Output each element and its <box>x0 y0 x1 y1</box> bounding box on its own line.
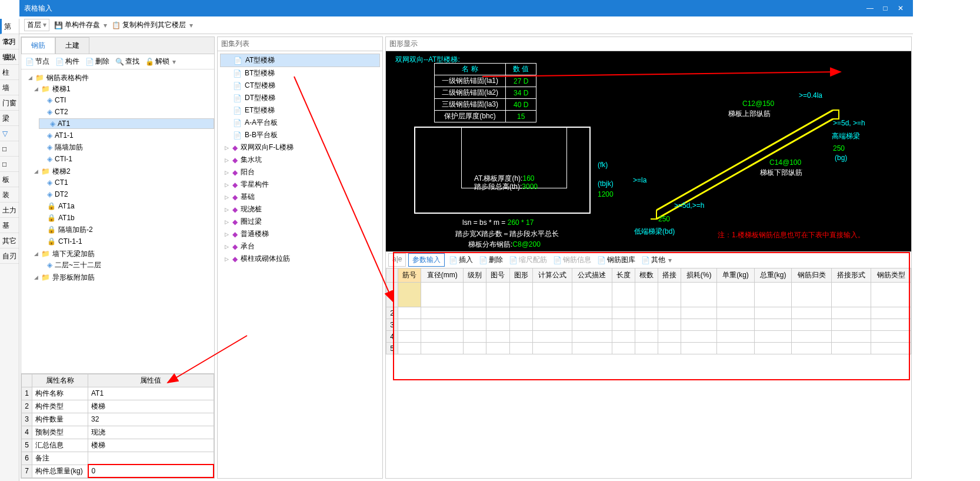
info-button[interactable]: 📄钢筋信息 <box>551 253 593 267</box>
save-single-button[interactable]: 💾单构件存盘 <box>54 20 107 30</box>
tree-item[interactable]: ◢📁墙下无梁加筋 <box>33 248 214 259</box>
app-side-tabs: 第32层 常月 轴纵 柱 墙 门窗 梁 ▽ □ □ 板 装 土力 基 其它 自刃 <box>0 19 19 481</box>
template-tree[interactable]: 📄AT型楼梯 📄BT型楼梯 📄CT型楼梯 📄DT型楼梯 📄ET型楼梯 📄A-A平… <box>218 51 382 478</box>
side-tab[interactable]: 其它 <box>0 233 19 248</box>
side-tab[interactable]: 第32层 <box>0 19 19 34</box>
library-button[interactable]: 📄钢筋图库 <box>595 253 637 267</box>
component-button[interactable]: 📄构件 <box>54 55 81 68</box>
left-panel: 钢筋 土建 📄节点 📄构件 📄删除 🔍查找 🔓解锁 ◢📁钢筋表格构件 ◢📁楼梯1… <box>21 37 215 479</box>
side-tab[interactable]: 装 <box>0 187 19 203</box>
rebar-toolbar: a|e 参数输入 📄插入 📄删除 📄缩尺配筋 📄钢筋信息 📄钢筋图库 📄其他 <box>386 252 911 268</box>
component-icon: ◈ <box>47 108 52 116</box>
template-panel: 图集列表 📄AT型楼梯 📄BT型楼梯 📄CT型楼梯 📄DT型楼梯 📄ET型楼梯 … <box>217 37 383 479</box>
diagram-param-table: 名 称数 值 一级钢筋锚固(la1)27 D 二级钢筋锚固(la2)34 D 三… <box>434 63 536 122</box>
side-tab[interactable]: 轴纵 <box>0 49 19 65</box>
template-item[interactable]: 📄BT型楼梯 <box>220 67 380 79</box>
node-button[interactable]: 📄节点 <box>24 55 51 68</box>
template-category[interactable]: ▷◆现浇桩 <box>220 203 380 215</box>
template-item[interactable]: 📄DT型楼梯 <box>220 92 380 104</box>
tree-item[interactable]: ◈AT1-1 <box>39 130 214 141</box>
tree-item[interactable]: ◈CT1 <box>39 177 214 188</box>
tree-item[interactable]: ◈DT2 <box>39 189 214 200</box>
template-category[interactable]: ▷◆零星构件 <box>220 178 380 191</box>
side-tab[interactable]: 墙 <box>0 80 19 95</box>
tree-item[interactable]: ◈隔墙加筋 <box>39 142 214 152</box>
tab-civil[interactable]: 土建 <box>55 37 89 54</box>
tree-item[interactable]: ◈CTI <box>39 95 214 105</box>
copy-floors-button[interactable]: 📋复制构件到其它楼层 <box>112 20 193 30</box>
tree-item[interactable]: ◈二层~三十二层 <box>39 260 214 270</box>
tab-rebar[interactable]: 钢筋 <box>21 37 55 54</box>
prop-value[interactable]: 32 <box>88 413 214 426</box>
title-bar: 表格输入 — □ ✕ <box>19 0 913 16</box>
component-tree[interactable]: ◢📁钢筋表格构件 ◢📁楼梯1 ◈CTI ◈CT2 ◈AT1 ◈AT1-1 ◈隔墙… <box>21 69 214 373</box>
component-icon: ◈ <box>47 131 52 140</box>
tree-item[interactable]: 🔒AT1b <box>39 213 214 223</box>
template-category[interactable]: ▷◆集水坑 <box>220 154 380 166</box>
floor-select[interactable]: 首层 <box>24 19 49 31</box>
component-icon: ◈ <box>47 155 52 163</box>
template-category[interactable]: ▷◆承台 <box>220 240 380 253</box>
prop-total-weight[interactable]: 0 <box>88 465 214 477</box>
template-category[interactable]: ▷◆阳台 <box>220 166 380 178</box>
close-icon[interactable]: ✕ <box>893 4 908 12</box>
side-tab[interactable]: 梁 <box>0 111 19 126</box>
prop-value[interactable]: 楼梯 <box>88 439 214 452</box>
side-tab[interactable]: ▽ <box>0 126 19 141</box>
prop-value[interactable]: 现浇 <box>88 426 214 439</box>
template-item[interactable]: 📄CT型楼梯 <box>220 79 380 92</box>
component-icon: ◈ <box>47 261 52 269</box>
tab-ae[interactable]: a|e <box>388 253 406 267</box>
side-tab[interactable]: 柱 <box>0 65 19 80</box>
folder-icon: 📁 <box>41 273 50 281</box>
tab-param-input[interactable]: 参数输入 <box>408 253 445 267</box>
template-category[interactable]: ▷◆基础 <box>220 191 380 203</box>
tree-item[interactable]: 🔒隔墙加筋-2 <box>39 224 214 235</box>
tree-item[interactable]: 🔒CTI-1-1 <box>39 236 214 247</box>
side-tab[interactable]: □ <box>0 157 19 172</box>
delete-button[interactable]: 📄删除 <box>84 55 111 68</box>
template-category[interactable]: ▷◆普通楼梯 <box>220 228 380 240</box>
delete-row-button[interactable]: 📄删除 <box>477 253 505 267</box>
component-icon: ◈ <box>50 120 55 128</box>
side-tab[interactable]: 基 <box>0 218 19 233</box>
template-item-selected[interactable]: 📄AT型楼梯 <box>220 54 380 67</box>
template-category[interactable]: ▷◆双网双向F-L楼梯 <box>220 141 380 154</box>
side-tab[interactable]: 板 <box>0 172 19 187</box>
tree-item[interactable]: ◈CT2 <box>39 107 214 117</box>
side-tab[interactable]: 常月 <box>0 34 19 49</box>
tree-toolbar: 📄节点 📄构件 📄删除 🔍查找 🔓解锁 <box>21 54 214 69</box>
template-category[interactable]: ▷◆圈过梁 <box>220 215 380 228</box>
prop-value[interactable]: 楼梯 <box>88 400 214 413</box>
side-tab[interactable]: 土力 <box>0 203 19 218</box>
prop-value[interactable] <box>88 452 214 465</box>
other-button[interactable]: 📄其他 <box>639 253 674 267</box>
component-icon: ◈ <box>47 143 52 151</box>
tree-item[interactable]: 🔒AT1a <box>39 201 214 211</box>
rebar-grid[interactable]: 筋号直径(mm)级别图号图形计算公式公式描述长度根数搭接损耗(%)单重(kg)总… <box>386 268 911 354</box>
side-tab[interactable]: 门窗 <box>0 95 19 111</box>
panel-title: 图形显示 <box>389 39 418 49</box>
template-item[interactable]: 📄A-A平台板 <box>220 117 380 129</box>
svg-line-0 <box>656 110 833 210</box>
insert-button[interactable]: 📄插入 <box>447 253 475 267</box>
minimize-icon[interactable]: — <box>862 4 878 12</box>
tree-item[interactable]: ◢📁异形板附加筋 <box>33 272 214 283</box>
lock-icon: 🔒 <box>47 237 56 246</box>
property-table: 属性名称属性值 1构件名称AT1 2构件类型楼梯 3构件数量32 4预制类型现浇… <box>21 374 214 479</box>
template-category[interactable]: ▷◆横柱或砌体拉筋 <box>220 253 380 265</box>
tree-item[interactable]: ◈CTI-1 <box>39 154 214 164</box>
prop-value[interactable]: AT1 <box>88 387 214 400</box>
stairs-icon: 📁 <box>41 85 50 93</box>
tree-item-selected[interactable]: ◈AT1 <box>39 118 214 129</box>
lock-icon: 🔒 <box>47 214 56 222</box>
scale-button[interactable]: 📄缩尺配筋 <box>507 253 549 267</box>
panel-title: 图集列表 <box>218 37 382 51</box>
template-item[interactable]: 📄ET型楼梯 <box>220 104 380 117</box>
unlock-button[interactable]: 🔓解锁 <box>144 55 178 68</box>
search-button[interactable]: 🔍查找 <box>114 55 141 68</box>
maximize-icon[interactable]: □ <box>878 4 893 12</box>
template-item[interactable]: 📄B-B平台板 <box>220 129 380 141</box>
side-tab[interactable]: □ <box>0 141 19 157</box>
side-tab[interactable]: 自刃 <box>0 248 19 264</box>
